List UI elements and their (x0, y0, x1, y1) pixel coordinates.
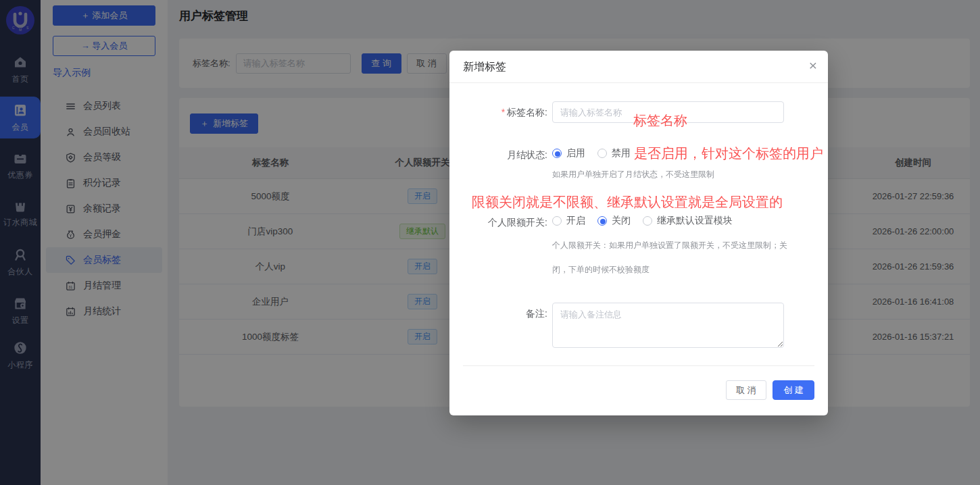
radio-dot-icon (552, 149, 562, 158)
dialog-create-button[interactable]: 创 建 (773, 380, 814, 400)
radio-dot-icon (643, 216, 652, 226)
personal-limit-label: 个人限额开关: (449, 217, 547, 229)
close-icon[interactable]: × (809, 57, 817, 74)
annotation-monthly-status: 是否启用，针对这个标签的用户 (634, 145, 823, 163)
remark-textarea[interactable] (552, 303, 784, 348)
radio-enable[interactable]: 启用 (552, 147, 585, 159)
personal-limit-radio-group: 开启 关闭 继承默认设置模块 (552, 215, 733, 227)
annotation-personal-limit: 限额关闭就是不限额、继承默认设置就是全局设置的 (472, 193, 783, 211)
monthly-status-radio-group: 启用 禁用 (552, 147, 631, 159)
radio-limit-on[interactable]: 开启 (552, 215, 585, 227)
annotation-tag-name: 标签名称 (633, 111, 687, 130)
remark-label: 备注: (449, 308, 547, 320)
dialog-cancel-button[interactable]: 取 消 (726, 380, 766, 400)
required-asterisk: * (501, 107, 505, 118)
radio-disable[interactable]: 禁用 (597, 147, 631, 159)
radio-limit-inherit[interactable]: 继承默认设置模块 (643, 215, 733, 227)
footer-divider (463, 365, 814, 366)
tag-name-label: *标签名称: (449, 107, 547, 119)
radio-dot-icon (597, 216, 607, 226)
personal-limit-help: 个人限额开关：如果用户单独设置了限额开关，不受这里限制；关闭，下单的时候不校验额… (552, 233, 789, 282)
dialog-header: 新增标签 × (449, 51, 828, 83)
radio-dot-icon (552, 216, 562, 226)
add-tag-dialog: 新增标签 × *标签名称: 月结状态: 启用 禁用 如果用户单独开启了月结状态，… (449, 51, 828, 415)
radio-limit-off[interactable]: 关闭 (597, 215, 631, 227)
monthly-status-label: 月结状态: (449, 149, 547, 161)
radio-dot-icon (597, 149, 607, 158)
dialog-title: 新增标签 (463, 51, 506, 83)
monthly-status-help: 如果用户单独开启了月结状态，不受这里限制 (552, 169, 714, 180)
